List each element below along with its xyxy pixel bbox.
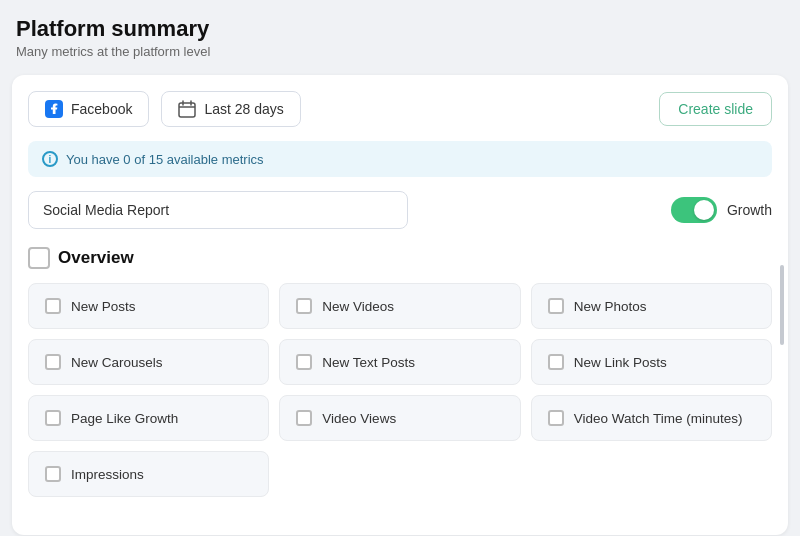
toggle-group: Growth (671, 197, 772, 223)
info-text: You have 0 of 15 available metrics (66, 152, 264, 167)
metric-card[interactable]: Impressions (28, 451, 269, 497)
metric-card[interactable]: New Videos (279, 283, 520, 329)
info-banner: i You have 0 of 15 available metrics (28, 141, 772, 177)
metric-label: New Posts (71, 299, 136, 314)
date-selector[interactable]: Last 28 days (161, 91, 300, 127)
metric-checkbox (296, 354, 312, 370)
toggle-knob (694, 200, 714, 220)
metric-label: New Link Posts (574, 355, 667, 370)
section-header: Overview (28, 247, 772, 269)
create-slide-button[interactable]: Create slide (659, 92, 772, 126)
metric-label: New Carousels (71, 355, 163, 370)
metric-label: New Text Posts (322, 355, 415, 370)
metric-label: New Videos (322, 299, 394, 314)
metric-checkbox (548, 298, 564, 314)
metric-card[interactable]: Video Views (279, 395, 520, 441)
page-title: Platform summary (16, 16, 784, 42)
metric-card[interactable]: New Carousels (28, 339, 269, 385)
metrics-grid: New Posts New Videos New Photos New Caro… (28, 283, 772, 497)
metric-checkbox (548, 354, 564, 370)
calendar-icon (178, 100, 196, 118)
metric-checkbox (296, 298, 312, 314)
svg-rect-1 (179, 103, 195, 117)
metric-label: Page Like Growth (71, 411, 178, 426)
metric-checkbox (45, 466, 61, 482)
page-subtitle: Many metrics at the platform level (16, 44, 784, 59)
metric-checkbox (45, 410, 61, 426)
metric-checkbox (296, 410, 312, 426)
main-card: Facebook Last 28 days Create slide i You… (12, 75, 788, 535)
growth-toggle[interactable] (671, 197, 717, 223)
scrollbar-indicator (780, 265, 784, 345)
metric-card[interactable]: New Photos (531, 283, 772, 329)
metric-label: Video Views (322, 411, 396, 426)
platform-selector[interactable]: Facebook (28, 91, 149, 127)
metric-checkbox (45, 298, 61, 314)
date-label: Last 28 days (204, 101, 283, 117)
metric-card[interactable]: Video Watch Time (minutes) (531, 395, 772, 441)
report-name-input[interactable] (28, 191, 408, 229)
metric-label: Impressions (71, 467, 144, 482)
metric-label: Video Watch Time (minutes) (574, 411, 743, 426)
toolbar: Facebook Last 28 days Create slide (28, 91, 772, 127)
section-checkbox-icon (28, 247, 50, 269)
metric-checkbox (45, 354, 61, 370)
metric-card[interactable]: Page Like Growth (28, 395, 269, 441)
platform-label: Facebook (71, 101, 132, 117)
facebook-icon (45, 100, 63, 118)
metric-card[interactable]: New Link Posts (531, 339, 772, 385)
report-row: Growth (28, 191, 772, 229)
section-title: Overview (58, 248, 134, 268)
metric-label: New Photos (574, 299, 647, 314)
metric-card[interactable]: New Posts (28, 283, 269, 329)
info-icon: i (42, 151, 58, 167)
metric-card[interactable]: New Text Posts (279, 339, 520, 385)
toggle-label: Growth (727, 202, 772, 218)
metric-checkbox (548, 410, 564, 426)
page-header: Platform summary Many metrics at the pla… (0, 0, 800, 67)
